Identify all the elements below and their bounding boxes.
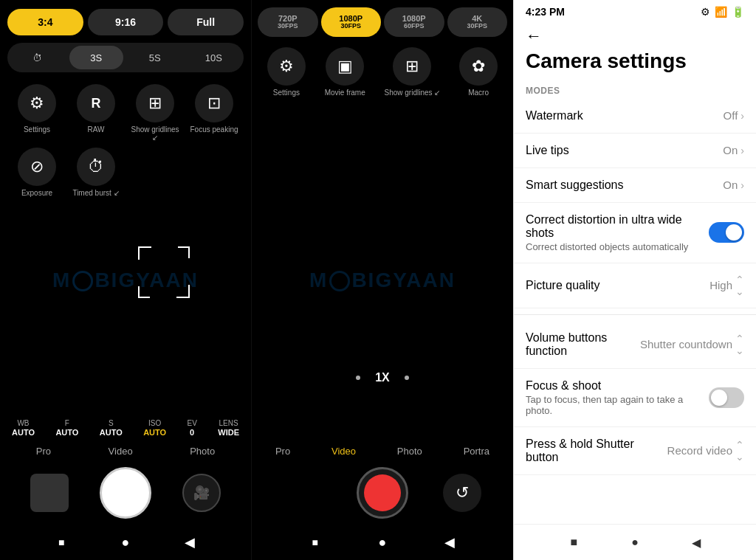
gridlines-icon-item[interactable]: ⊞ Show gridlines ↙ [128,84,182,142]
mid-icon-row: ⚙ Settings ▣ Movie frame ⊞ Show gridline… [252,44,513,103]
tab-pro-left[interactable]: Pro [36,446,51,457]
left-camera-bottom: WB AUTO F AUTO S AUTO ISO AUTO EV 0 LENS… [0,415,251,560]
tab-photo-left[interactable]: Photo [190,446,215,457]
video-toggle-left[interactable]: 🎥 [182,474,221,512]
smart-suggestions-left: Smart suggestions [526,179,723,192]
smart-suggestions-row[interactable]: Smart suggestions On › [514,168,756,203]
zoom-dot-left [356,376,360,380]
settings-header: ← Camera settings [514,21,756,80]
timer-5s[interactable]: 5S [128,46,182,69]
tab-video-left[interactable]: Video [109,446,133,457]
nav-recents-mid[interactable]: ● [371,530,394,554]
ev-setting[interactable]: EV 0 [188,419,197,437]
lens-value: WIDE [218,428,239,437]
focus-shoot-left: Focus & shoot Tap to focus, then tap aga… [526,379,709,416]
timer-icon-btn[interactable]: ⏱ [10,46,65,69]
lens-setting[interactable]: LENS WIDE [218,419,239,437]
ev-value: 0 [190,428,194,437]
gallery-thumbnail[interactable] [30,474,69,512]
mid-grid-item[interactable]: ⊞ Show gridlines ↙ [384,47,440,97]
wb-setting[interactable]: WB AUTO [12,419,35,437]
gridlines-circle: ⊞ [136,84,174,122]
volume-buttons-row[interactable]: Volume buttons function Shutter countdow… [514,321,756,369]
timed-burst-circle: ⏱ [77,148,115,186]
camera-flip-button[interactable]: ↺ [443,474,481,512]
tab-portrait-mid[interactable]: Portra [464,446,489,457]
distortion-knob [726,224,742,241]
nav-recents-left[interactable]: ● [114,530,137,554]
watermark-row[interactable]: Watermark Off › [514,99,756,134]
exposure-circle: ⊘ [18,148,56,186]
signal-icon: 📶 [715,6,727,18]
s-setting[interactable]: S AUTO [100,419,123,437]
press-hold-row[interactable]: Press & hold Shutter button Record video… [514,427,756,475]
mid-mode-tabs: Pro Video Photo Portra [252,441,513,461]
watermark-chevron: › [740,110,744,122]
timed-burst-icon-item[interactable]: ⏱ Timed burst ↙ [69,148,123,197]
focus-shoot-subtitle: Tap to focus, then tap again to take a p… [526,394,709,416]
quality-1080p-30[interactable]: 1080P30FPS [321,7,382,37]
settings-icon-item[interactable]: ⚙ Settings [10,84,63,142]
icon-grid: ⚙ Settings R RAW ⊞ Show gridlines ↙ ⊡ Fo… [7,84,244,197]
settings-nav-back[interactable]: ◀ [684,530,708,554]
shutter-button-left[interactable] [100,467,151,519]
tab-photo-mid[interactable]: Photo [397,446,422,457]
tab-pro-mid[interactable]: Pro [275,446,290,457]
smart-suggestions-right: On › [723,179,744,191]
aspect-9-16[interactable]: 9:16 [88,9,164,35]
nav-home-mid[interactable]: ■ [303,530,327,554]
mid-macro-label: Macro [468,89,489,97]
mid-macro-circle: ✿ [459,47,498,86]
distortion-row: Correct distortion in ultra wide shots C… [514,203,756,263]
focus-peaking-circle: ⊡ [195,84,233,122]
timer-3s[interactable]: 3S [69,46,124,69]
focus-corner-tr [178,246,190,258]
watermark-right: Off › [724,109,744,122]
nav-back-mid[interactable]: ◀ [438,530,461,554]
settings-nav-recents[interactable]: ● [623,530,647,554]
distortion-title: Correct distortion in ultra wide shots [526,213,709,240]
battery-icon: 🔋 [732,6,744,18]
gridlines-label: Show gridlines ↙ [128,125,182,142]
zoom-level[interactable]: 1X [375,371,390,384]
press-hold-updown: ⌃⌄ [735,439,744,463]
zoom-dot-right [405,376,409,380]
live-tips-chevron: › [740,145,744,156]
aspect-full[interactable]: Full [168,9,244,35]
volume-buttons-updown: ⌃⌄ [735,333,744,356]
distortion-toggle[interactable] [709,222,744,243]
iso-setting[interactable]: ISO AUTO [143,419,166,437]
focus-peaking-icon-item[interactable]: ⊡ Focus peaking [188,84,241,142]
aspect-ratio-row: 3:4 9:16 Full [7,9,244,35]
exposure-icon-item[interactable]: ⊘ Exposure [10,148,63,197]
nav-home-left[interactable]: ■ [49,530,73,554]
mid-movie-item[interactable]: ▣ Movie frame [325,47,365,97]
quality-1080p-60[interactable]: 1080P60FPS [384,7,444,37]
focus-shoot-row: Focus & shoot Tap to focus, then tap aga… [514,369,756,427]
live-tips-row[interactable]: Live tips On › [514,134,756,168]
settings-nav-home[interactable]: ■ [562,530,585,554]
f-setting[interactable]: F AUTO [55,419,78,437]
raw-icon-item[interactable]: R RAW [69,84,123,142]
distortion-right [709,222,744,243]
mid-settings-item[interactable]: ⚙ Settings [267,47,306,97]
quality-720p-30[interactable]: 720P30FPS [258,7,318,37]
mid-movie-label: Movie frame [325,89,365,97]
quality-4k-30[interactable]: 4K30FPS [447,7,508,37]
mid-settings-label: Settings [273,89,300,97]
watermark-left-content: Watermark [526,109,724,122]
timer-10s[interactable]: 10S [187,46,241,69]
picture-quality-row[interactable]: Picture quality High ⌃⌄ [514,263,756,308]
press-hold-right: Record video ⌃⌄ [667,439,744,463]
settings-status-icon: ⚙ [701,6,710,18]
back-button[interactable]: ← [526,27,549,46]
left-shutter-row: 🎥 [0,461,251,525]
nav-back-left[interactable]: ◀ [178,530,202,554]
mid-macro-item[interactable]: ✿ Macro [459,47,498,97]
left-nav-bar: ■ ● ◀ [0,525,251,560]
focus-shoot-toggle[interactable] [709,387,744,408]
aspect-3-4[interactable]: 3:4 [7,9,83,35]
video-record-button[interactable] [357,467,408,519]
tab-video-mid[interactable]: Video [331,446,356,457]
modes-section-label: MODES [514,80,756,99]
